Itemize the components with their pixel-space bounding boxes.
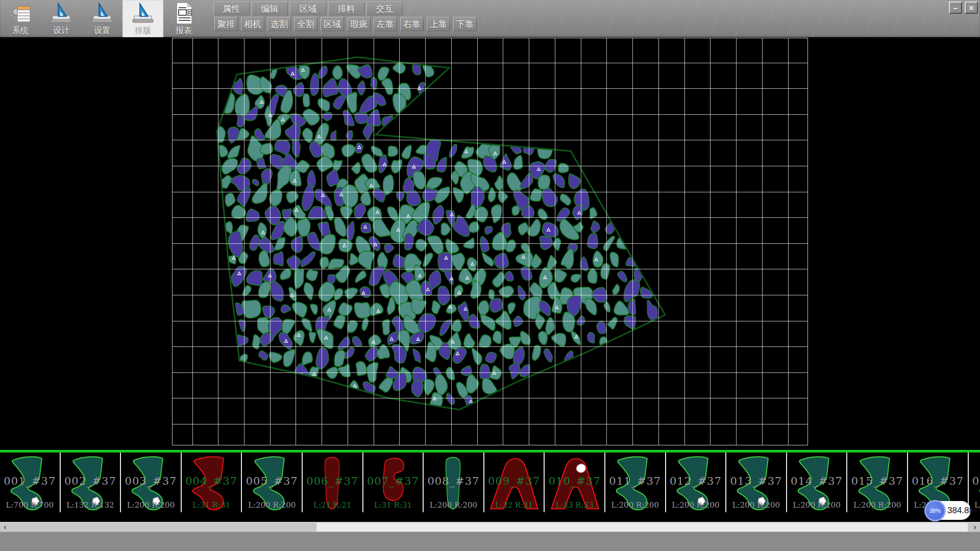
part-thumbnail-011_#37[interactable]: 011_#37L:200 R:200: [605, 453, 666, 512]
settings-ruler-icon: [90, 2, 114, 25]
tool-button-右靠[interactable]: 右靠: [400, 17, 424, 31]
part-shape: [487, 455, 541, 512]
system-gear-icon: [9, 2, 32, 25]
part-thumbnail-006_#37[interactable]: 006_#37L:21 R:21: [303, 453, 363, 512]
part-thumbnail-003_#37[interactable]: 003_#37L:200 R:200: [121, 453, 182, 512]
part-shape: [793, 455, 840, 512]
app-button-label: 报表: [176, 26, 192, 36]
tool-button-相机[interactable]: 相机: [241, 17, 264, 31]
menu-tab-交互[interactable]: 交互: [366, 2, 403, 15]
menu-tab-编辑[interactable]: 编辑: [252, 2, 288, 15]
part-shape: [732, 455, 779, 512]
app-toolbar: 系统设计设置排版报表: [0, 0, 204, 37]
part-thumbnail-010_#37[interactable]: 010_#37L:33 R:33: [545, 453, 605, 512]
part-thumbnail-005_#37[interactable]: 005_#37L:200 R:200: [242, 453, 303, 512]
parts-panel: 001_#37L:700 R:700002_#37L:132 R:132003_…: [0, 453, 980, 522]
app-button-排版[interactable]: 排版: [122, 0, 163, 37]
part-shape: [437, 455, 470, 512]
tool-button-瑕疵[interactable]: 瑕疵: [347, 17, 371, 31]
report-document-icon: [172, 2, 195, 25]
part-shape: [249, 455, 296, 512]
menu-tab-排料[interactable]: 排料: [328, 2, 364, 15]
app-button-label: 系统: [12, 26, 29, 36]
part-shape: [67, 455, 114, 512]
status-bar: [0, 532, 980, 551]
part-thumbnail-013_#37[interactable]: 013_#37L:200 R:200: [726, 453, 787, 512]
part-shape: [188, 455, 235, 512]
title-bar: 系统设计设置排版报表 属性编辑区域排料交互 聚排相机选割全割区域瑕疵左靠右靠上靠…: [0, 0, 980, 37]
workspace: [0, 37, 980, 450]
app-button-设置[interactable]: 设置: [82, 0, 122, 37]
part-thumbnail-002_#37[interactable]: 002_#37L:132 R:132: [61, 453, 121, 512]
tool-button-区域[interactable]: 区域: [321, 17, 344, 31]
app-button-label: 设置: [94, 26, 110, 36]
app-button-设计[interactable]: 设计: [41, 0, 82, 37]
part-shape: [374, 455, 412, 512]
minimize-button[interactable]: –: [949, 2, 962, 14]
memory-badge: 38% 384.8M: [926, 501, 971, 520]
tool-button-下靠[interactable]: 下靠: [453, 17, 477, 31]
tool-button-左靠[interactable]: 左靠: [374, 17, 397, 31]
app-button-label: 排版: [135, 26, 151, 36]
layout-ruler-icon: [131, 2, 155, 25]
tool-button-上靠[interactable]: 上靠: [427, 17, 450, 31]
menu-tab-区域[interactable]: 区域: [290, 2, 326, 15]
part-shape: [548, 455, 601, 512]
design-ruler-icon: [50, 2, 73, 25]
part-thumbnail-015_#37[interactable]: 015_#37L:200 R:200: [847, 453, 908, 512]
tool-button-选割[interactable]: 选割: [267, 17, 291, 31]
progress-circle: 38%: [924, 500, 946, 521]
part-shape: [854, 455, 901, 512]
scrollbar-thumb[interactable]: [316, 523, 968, 532]
tool-button-全割[interactable]: 全割: [294, 17, 317, 31]
app-button-系统[interactable]: 系统: [0, 0, 41, 37]
part-thumbnail-008_#37[interactable]: 008_#37L:200 R:200: [424, 453, 484, 512]
part-thumbnail-007_#37[interactable]: 007_#37L:31 R:31: [363, 453, 424, 512]
part-shape: [672, 455, 719, 512]
application-window: 系统设计设置排版报表 属性编辑区域排料交互 聚排相机选割全割区域瑕疵左靠右靠上靠…: [0, 0, 980, 551]
tool-button-bar: 聚排相机选割全割区域瑕疵左靠右靠上靠下靠: [214, 17, 477, 31]
part-thumbnail-004_#37[interactable]: 004_#37L:31 R:31: [182, 453, 242, 512]
close-button[interactable]: ✕: [965, 2, 978, 14]
part-thumbnail-001_#37[interactable]: 001_#37L:700 R:700: [0, 453, 61, 512]
menu-tab-bar: 属性编辑区域排料交互: [213, 2, 403, 15]
scroll-right-arrow[interactable]: ›: [970, 522, 980, 532]
scroll-left-arrow[interactable]: ‹: [0, 522, 10, 532]
part-shape: [611, 455, 658, 512]
nesting-canvas[interactable]: [172, 38, 808, 445]
part-thumbnail-009_#37[interactable]: 009_#37L:32 R:31: [484, 453, 545, 512]
part-thumbnail-012_#37[interactable]: 012_#37L:200 R:200: [666, 453, 727, 512]
horizontal-scrollbar[interactable]: ‹ ›: [0, 522, 980, 532]
part-thumbnail-014_#37[interactable]: 014_#37L:200 R:200: [787, 453, 848, 512]
memory-value: 384.8M: [947, 501, 976, 520]
app-button-label: 设计: [53, 26, 69, 36]
part-shape: [6, 455, 53, 512]
part-shape: [127, 455, 174, 512]
menu-tab-属性[interactable]: 属性: [213, 2, 250, 15]
app-button-报表[interactable]: 报表: [163, 0, 204, 37]
part-shape: [316, 455, 349, 512]
window-controls: – ✕: [949, 2, 978, 14]
tool-button-聚排[interactable]: 聚排: [214, 17, 238, 31]
